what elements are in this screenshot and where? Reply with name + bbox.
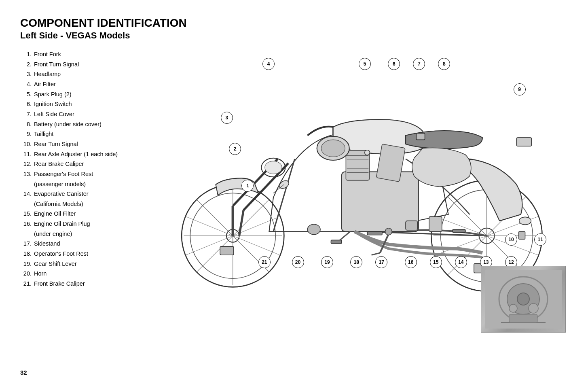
list-item-number: 3.	[20, 69, 32, 79]
list-item-number: 10.	[20, 139, 32, 149]
motorcycle-diagram: 1 2 3 4 5 6 7 8 9 10 11 12 13 14 15 16 1…	[150, 49, 568, 333]
list-item: 7.Left Side Cover	[20, 109, 142, 119]
list-item-number: 4.	[20, 79, 32, 89]
list-item-label: Ignition Switch	[34, 99, 72, 109]
list-item-number: 17.	[20, 239, 32, 249]
list-item-label: Engine Oil Drain Plug (under engine)	[34, 219, 90, 239]
list-item-label: Engine Oil Filter	[34, 209, 76, 219]
list-item: 3.Headlamp	[20, 69, 142, 79]
svg-rect-42	[416, 134, 425, 140]
list-item-label: Front Turn Signal	[34, 59, 79, 70]
diagram-area: 1 2 3 4 5 6 7 8 9 10 11 12 13 14 15 16 1…	[150, 49, 568, 374]
list-item: 19.Gear Shift Lever	[20, 259, 142, 269]
list-item-label: Horn	[34, 269, 47, 279]
list-item: 13.Passenger's Foot Rest (passenger mode…	[20, 169, 142, 189]
list-item-label: Rear Turn Signal	[34, 139, 78, 149]
list-item-label: Gear Shift Lever	[34, 259, 77, 269]
svg-rect-44	[220, 246, 234, 255]
list-item-label: Battery (under side cover)	[34, 119, 102, 129]
list-item-number: 8.	[20, 119, 32, 129]
list-item-number: 12.	[20, 159, 32, 169]
svg-point-54	[385, 228, 392, 235]
list-item-label: Taillight	[34, 129, 53, 139]
callout-21: 21	[258, 256, 271, 268]
callout-10: 10	[505, 233, 517, 246]
callout-16: 16	[405, 256, 417, 268]
svg-point-64	[509, 304, 517, 312]
list-item-label: Passenger's Foot Rest (passenger models)	[34, 169, 93, 189]
svg-point-29	[265, 161, 282, 174]
list-item: 8.Battery (under side cover)	[20, 119, 142, 129]
list-item: 1.Front Fork	[20, 49, 142, 59]
svg-point-57	[519, 217, 531, 225]
callout-19: 19	[321, 256, 333, 268]
list-item-number: 14.	[20, 189, 32, 209]
svg-rect-48	[367, 231, 382, 235]
list-item-label: Operator's Foot Rest	[34, 249, 88, 259]
callout-5: 5	[359, 58, 371, 70]
list-item-number: 18.	[20, 249, 32, 259]
list-item: 14.Evaporative Canister (California Mode…	[20, 189, 142, 209]
list-item: 17.Sidestand	[20, 239, 142, 249]
list-item: 21.Front Brake Caliper	[20, 279, 142, 289]
list-item-label: Rear Brake Caliper	[34, 159, 84, 169]
list-item-label: Front Fork	[34, 49, 61, 59]
list-item: 20.Horn	[20, 269, 142, 279]
list-item: 18.Operator's Foot Rest	[20, 249, 142, 259]
callout-15: 15	[430, 256, 442, 268]
list-item-number: 9.	[20, 129, 32, 139]
callout-3: 3	[221, 112, 233, 124]
svg-point-52	[307, 224, 320, 234]
svg-point-62	[517, 293, 529, 305]
svg-rect-53	[406, 221, 418, 230]
list-item-number: 5.	[20, 89, 32, 100]
svg-point-43	[365, 150, 370, 155]
callout-9: 9	[514, 83, 526, 95]
list-item-label: Front Brake Caliper	[34, 279, 85, 289]
list-item-number: 13.	[20, 169, 32, 189]
list-item-label: Headlamp	[34, 69, 61, 79]
list-item-number: 2.	[20, 59, 32, 70]
list-item: 9.Taillight	[20, 129, 142, 139]
svg-rect-66	[509, 314, 537, 322]
list-item-number: 11.	[20, 149, 32, 159]
list-item-number: 1.	[20, 49, 32, 59]
callout-20: 20	[292, 256, 304, 268]
svg-rect-49	[453, 229, 465, 232]
list-item-label: Rear Axle Adjuster (1 each side)	[34, 149, 118, 159]
svg-point-63	[529, 303, 538, 313]
list-item-label: Sidestand	[34, 239, 60, 249]
component-list: 1.Front Fork2.Front Turn Signal3.Headlam…	[20, 49, 142, 374]
list-item-label: Air Filter	[34, 79, 56, 89]
page-main-title: COMPONENT IDENTIFICATION	[20, 16, 568, 30]
list-item-label: Left Side Cover	[34, 109, 74, 119]
list-item-label: Spark Plug (2)	[34, 89, 72, 100]
svg-rect-51	[331, 240, 341, 244]
list-item: 2.Front Turn Signal	[20, 59, 142, 70]
list-item: 15.Engine Oil Filter	[20, 209, 142, 219]
list-item: 6.Ignition Switch	[20, 99, 142, 109]
svg-rect-55	[429, 216, 442, 231]
list-item-label: Evaporative Canister (California Models)	[34, 189, 89, 209]
callout-14: 14	[455, 256, 467, 268]
svg-rect-56	[519, 231, 525, 239]
list-item-number: 15.	[20, 209, 32, 219]
list-item-number: 21.	[20, 279, 32, 289]
list-item-number: 19.	[20, 259, 32, 269]
list-item-number: 16.	[20, 219, 32, 239]
inset-photo	[481, 266, 566, 333]
list-item-number: 7.	[20, 109, 32, 119]
list-item: 16.Engine Oil Drain Plug (under engine)	[20, 219, 142, 239]
list-item: 4.Air Filter	[20, 79, 142, 89]
list-item: 5.Spark Plug (2)	[20, 89, 142, 100]
list-item: 12.Rear Brake Caliper	[20, 159, 142, 169]
svg-rect-41	[516, 138, 531, 146]
page-number: 32	[20, 369, 27, 376]
list-item: 10.Rear Turn Signal	[20, 139, 142, 149]
svg-point-40	[321, 140, 345, 157]
list-item: 11.Rear Axle Adjuster (1 each side)	[20, 149, 142, 159]
list-item-number: 20.	[20, 269, 32, 279]
list-item-number: 6.	[20, 99, 32, 109]
page-sub-title: Left Side - VEGAS Models	[20, 30, 568, 42]
